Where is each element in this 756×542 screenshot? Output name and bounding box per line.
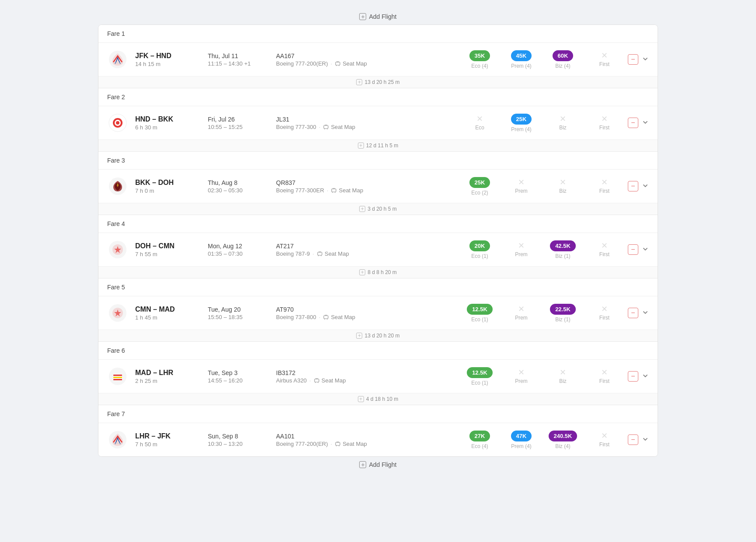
remove-button-4[interactable]: −: [628, 244, 638, 255]
svg-rect-31: [113, 375, 122, 376]
eco-badge-1: 35K: [469, 50, 490, 61]
seat-icon-6: [314, 377, 320, 383]
flight-number-2: JL31: [276, 116, 456, 123]
gap-icon-5: +: [356, 333, 362, 339]
eco-label-5: Eco (1): [471, 316, 488, 323]
svg-rect-21: [318, 251, 321, 253]
eco-class-1[interactable]: 35K Eco (4): [463, 50, 496, 69]
expand-button-2[interactable]: [642, 119, 649, 127]
expand-button-1[interactable]: [642, 56, 649, 64]
dot-sep-3: ·: [327, 187, 329, 194]
expand-button-7[interactable]: [642, 436, 649, 444]
flight-info-7: LHR – JFK 7 h 50 m: [135, 432, 201, 448]
first-class-7: ✕ First: [588, 432, 621, 448]
date-text-1: Thu, Jul 11: [208, 52, 269, 59]
biz-label-1: Biz (4): [555, 63, 570, 69]
chevron-down-icon-7: [642, 436, 649, 443]
chevron-down-icon-5: [642, 309, 649, 316]
expand-button-6[interactable]: [642, 372, 649, 381]
prem-label-3: Prem: [515, 188, 528, 194]
aircraft-2: Boeing 777-300: [276, 124, 316, 130]
first-label-2: First: [599, 125, 609, 131]
time-gap-2[interactable]: + 12 d 11 h 5 m: [98, 139, 658, 151]
date-text-5: Tue, Aug 20: [208, 306, 269, 313]
seat-map-link-1[interactable]: Seat Map: [335, 60, 367, 67]
flight-info-5: CMN – MAD 1 h 45 m: [135, 306, 201, 321]
prem-class-7[interactable]: 47K Prem (4): [505, 431, 538, 449]
fare-header-4: Fare 4: [98, 215, 658, 233]
time-gap-3[interactable]: + 3 d 20 h 5 m: [98, 203, 658, 215]
flight-info-4: DOH – CMN 7 h 55 m: [135, 242, 201, 257]
fare-header-3: Fare 3: [98, 151, 658, 169]
gap-icon-4: +: [359, 269, 365, 275]
expand-button-5[interactable]: [642, 309, 649, 317]
svg-rect-9: [324, 125, 328, 129]
eco-class-4[interactable]: 20K Eco (1): [463, 240, 496, 259]
chevron-down-icon-2: [642, 119, 649, 126]
duration-4: 7 h 55 m: [135, 251, 201, 257]
biz-badge-7: 240.5K: [549, 431, 578, 441]
eco-class-3[interactable]: 25K Eco (2): [463, 177, 496, 196]
time-gap-5[interactable]: + 13 d 20 h 20 m: [98, 330, 658, 341]
eco-class-5[interactable]: 12.5K Eco (1): [463, 304, 496, 323]
seat-map-link-6[interactable]: Seat Map: [314, 377, 346, 384]
time-gap-4[interactable]: + 8 d 8 h 20 m: [98, 266, 658, 278]
gap-text-5: 13 d 20 h 20 m: [364, 333, 399, 339]
remove-button-1[interactable]: −: [628, 54, 638, 65]
time-gap-1[interactable]: + 13 d 20 h 25 m: [98, 76, 658, 88]
add-flight-bottom[interactable]: + Add Flight: [98, 457, 658, 473]
prem-label-6: Prem: [515, 378, 528, 384]
biz-class-5[interactable]: 22.5K Biz (1): [546, 304, 579, 323]
biz-label-5: Biz (1): [555, 316, 570, 323]
first-class-3: ✕ First: [588, 178, 621, 194]
seat-map-link-7[interactable]: Seat Map: [335, 441, 367, 447]
chevron-down-icon-6: [642, 372, 649, 379]
biz-class-7[interactable]: 240.5K Biz (4): [546, 431, 579, 449]
remove-button-7[interactable]: −: [628, 434, 638, 445]
flight-number-1: AA167: [276, 52, 456, 59]
prem-unavail-6: ✕: [518, 368, 525, 376]
remove-button-3[interactable]: −: [628, 181, 638, 191]
prem-class-6: ✕ Prem: [505, 368, 538, 384]
flights-card: Fare 1 JFK – HND 14 h 15 m Thu, Jul 11 1…: [98, 24, 658, 457]
eco-badge-3: 25K: [469, 177, 490, 188]
seat-icon-2: [323, 124, 329, 130]
seat-map-link-5[interactable]: Seat Map: [323, 314, 355, 320]
svg-rect-20: [318, 252, 322, 255]
seat-map-link-2[interactable]: Seat Map: [323, 124, 355, 130]
time-text-5: 15:50 – 18:35: [208, 314, 269, 320]
eco-label-2: Eco: [475, 125, 484, 131]
dot-sep-1: ·: [331, 60, 332, 67]
biz-class-4[interactable]: 42.5K Biz (1): [546, 240, 579, 259]
add-flight-top[interactable]: + Add Flight: [98, 9, 658, 24]
prem-class-2[interactable]: 25K Prem (4): [505, 114, 538, 132]
biz-class-1[interactable]: 60K Biz (4): [546, 50, 579, 69]
first-label-7: First: [599, 441, 609, 448]
dot-sep-4: ·: [312, 250, 314, 257]
flight-row-1: JFK – HND 14 h 15 m Thu, Jul 11 11:15 – …: [98, 42, 658, 76]
expand-button-4[interactable]: [642, 246, 649, 254]
time-gap-6[interactable]: + 4 d 18 h 10 m: [98, 393, 658, 405]
route-3: BKK – DOH: [135, 179, 201, 187]
remove-button-5[interactable]: −: [628, 308, 638, 318]
biz-class-3: ✕ Biz: [546, 178, 579, 194]
remove-button-2[interactable]: −: [628, 118, 638, 128]
seat-map-link-3[interactable]: Seat Map: [331, 187, 363, 194]
seat-map-link-4[interactable]: Seat Map: [317, 250, 349, 257]
prem-label-7: Prem (4): [511, 443, 532, 449]
expand-button-3[interactable]: [642, 182, 649, 191]
gap-text-2: 12 d 11 h 5 m: [366, 142, 398, 149]
eco-class-6[interactable]: 12.5K Eco (1): [463, 367, 496, 386]
svg-point-30: [109, 368, 126, 385]
prem-class-3: ✕ Prem: [505, 178, 538, 194]
first-label-1: First: [599, 61, 609, 67]
biz-label-4: Biz (1): [555, 253, 570, 259]
eco-class-7[interactable]: 27K Eco (4): [463, 431, 496, 449]
aircraft-5: Boeing 737-800: [276, 314, 316, 320]
dot-sep-5: ·: [319, 314, 321, 320]
chevron-down-icon-1: [642, 56, 649, 63]
biz-unavail-2: ✕: [560, 115, 566, 123]
eco-badge-5: 12.5K: [467, 304, 493, 315]
remove-button-6[interactable]: −: [628, 371, 638, 382]
prem-class-1[interactable]: 45K Prem (4): [505, 50, 538, 69]
